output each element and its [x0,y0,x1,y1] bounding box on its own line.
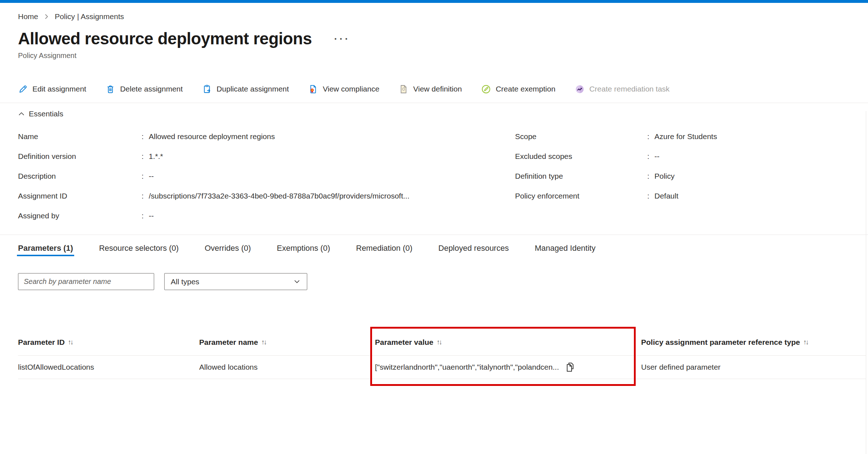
tab-deployed-resources[interactable]: Deployed resources [438,240,509,256]
page-subtitle: Policy Assignment [18,52,868,61]
essentials-row-assignment-id: Assignment ID : /subscriptions/7f733a2e-… [18,186,515,206]
cell-parameter-id: listOfAllowedLocations [18,363,199,371]
tab-resource-selectors[interactable]: Resource selectors (0) [99,240,179,256]
field-label: Excluded scopes [515,152,647,161]
column-header-parameter-name[interactable]: Parameter name ↑↓ [199,338,375,347]
essentials-left-column: Name : Allowed resource deployment regio… [18,126,515,226]
column-header-label: Parameter name [199,338,258,347]
copy-button[interactable] [564,361,576,373]
essentials-grid: Name : Allowed resource deployment regio… [18,126,868,226]
field-separator: : [142,152,149,161]
field-separator: : [647,132,654,141]
field-value: -- [149,212,154,220]
edit-assignment-button[interactable]: Edit assignment [18,84,86,94]
sort-icon: ↑↓ [68,338,74,346]
field-separator: : [647,192,654,200]
tab-label: Exemptions (0) [277,244,330,253]
field-value: -- [654,152,659,161]
field-value: Allowed resource deployment regions [149,132,275,141]
essentials-row-name: Name : Allowed resource deployment regio… [18,126,515,146]
field-separator: : [142,192,149,200]
essentials-row-assigned-by: Assigned by : -- [18,206,515,226]
more-options-button[interactable]: ··· [334,34,350,44]
field-value: Policy [654,172,675,181]
chevron-up-icon [18,111,25,117]
column-header-reference-type[interactable]: Policy assignment parameter reference ty… [641,338,866,347]
essentials-row-definition-type: Definition type : Policy [515,166,868,186]
breadcrumb-home[interactable]: Home [18,12,38,21]
essentials-collapse-header[interactable]: Essentials [18,108,63,119]
definition-doc-icon [399,84,408,94]
table-row: listOfAllowedLocations Allowed locations… [18,356,866,379]
toolbar-divider [0,103,868,103]
field-label: Assigned by [18,212,142,220]
view-compliance-button[interactable]: View compliance [308,84,379,94]
tab-label: Overrides (0) [205,244,251,253]
field-separator: : [142,132,149,141]
toolbar-item-label: Edit assignment [32,85,86,93]
tab-overrides[interactable]: Overrides (0) [205,240,251,256]
chevron-right-icon [44,13,49,20]
parameters-table: Parameter ID ↑↓ Parameter name ↑↓ Parame… [18,329,866,379]
essentials-row-excluded-scopes: Excluded scopes : -- [515,146,868,166]
field-label: Name [18,132,142,141]
field-value: Azure for Students [654,132,717,141]
column-header-label: Parameter value [375,338,433,347]
tab-label: Managed Identity [535,244,596,253]
command-toolbar: Edit assignment Delete assignment Duplic… [18,81,868,97]
tab-managed-identity[interactable]: Managed Identity [535,240,596,256]
duplicate-assignment-button[interactable]: Duplicate assignment [202,84,289,94]
field-value: Default [654,192,679,200]
delete-assignment-button[interactable]: Delete assignment [106,84,183,94]
breadcrumb-policy-assignments[interactable]: Policy | Assignments [55,12,124,21]
tab-remediation[interactable]: Remediation (0) [356,240,413,256]
essentials-row-policy-enforcement: Policy enforcement : Default [515,186,868,206]
tab-label: Remediation (0) [356,244,413,253]
toolbar-item-label: Duplicate assignment [216,85,289,93]
field-label: Description [18,172,142,181]
pencil-icon [18,84,28,94]
type-filter-value: All types [171,277,199,286]
field-label: Assignment ID [18,192,142,200]
column-header-label: Policy assignment parameter reference ty… [641,338,800,347]
toolbar-item-label: Create remediation task [589,85,670,93]
compliance-doc-icon [308,84,318,94]
trash-icon [106,84,115,94]
essentials-title: Essentials [29,110,63,118]
tab-label: Deployed resources [438,244,509,253]
toolbar-item-label: View compliance [323,85,379,93]
create-exemption-button[interactable]: Create exemption [481,84,555,94]
column-header-parameter-value[interactable]: Parameter value ↑↓ [375,338,641,347]
tab-exemptions[interactable]: Exemptions (0) [277,240,330,256]
page-title: Allowed resource deployment regions [18,29,312,48]
field-separator: : [647,152,654,161]
create-remediation-task-button[interactable]: Create remediation task [575,84,670,94]
essentials-row-definition-version: Definition version : 1.*.* [18,146,515,166]
field-separator: : [647,172,654,181]
essentials-row-scope: Scope : Azure for Students [515,126,868,146]
tab-label: Parameters (1) [18,244,73,253]
field-label: Definition type [515,172,647,181]
breadcrumb: Home Policy | Assignments [18,11,868,22]
field-label: Scope [515,132,647,141]
type-filter-dropdown[interactable]: All types [164,273,307,290]
panel-edge-divider [866,111,866,454]
sort-icon: ↑↓ [803,338,809,346]
active-tab-underline [17,255,74,256]
remediation-trend-icon [575,84,585,94]
portal-top-accent-bar [0,0,868,3]
view-definition-button[interactable]: View definition [399,84,462,94]
field-value: 1.*.* [149,152,163,161]
field-label: Policy enforcement [515,192,647,200]
tab-parameters[interactable]: Parameters (1) [18,240,73,256]
parameter-value-text: ["switzerlandnorth","uaenorth","italynor… [375,363,559,371]
column-header-parameter-id[interactable]: Parameter ID ↑↓ [18,338,199,347]
search-input[interactable] [18,273,154,290]
essentials-right-column: Scope : Azure for Students Excluded scop… [515,126,868,226]
cell-parameter-name: Allowed locations [199,363,375,371]
field-separator: : [142,212,149,220]
tab-label: Resource selectors (0) [99,244,179,253]
title-row: Allowed resource deployment regions ··· [18,28,868,49]
copy-icon [564,361,576,373]
cell-parameter-value: ["switzerlandnorth","uaenorth","italynor… [375,361,641,373]
